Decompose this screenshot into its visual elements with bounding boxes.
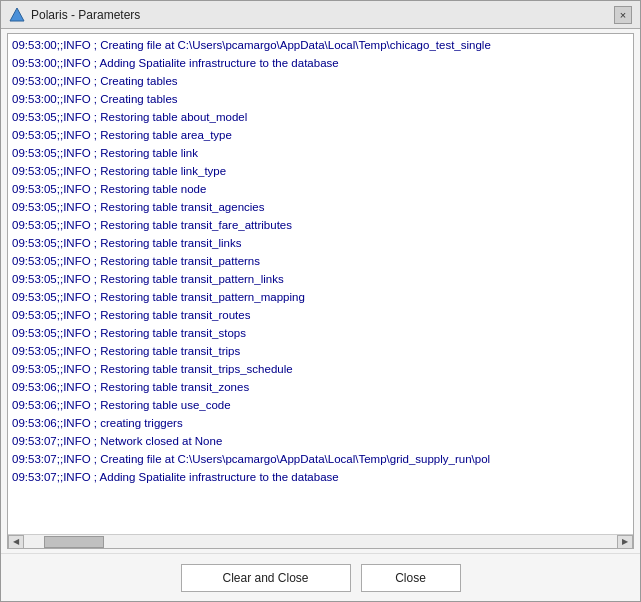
log-line: 09:53:00;;INFO ; Adding Spatialite infra… (12, 54, 629, 72)
log-line: 09:53:05;;INFO ; Restoring table transit… (12, 252, 629, 270)
log-line: 09:53:05;;INFO ; Restoring table transit… (12, 270, 629, 288)
footer: Clear and Close Close (1, 553, 640, 601)
clear-and-close-button[interactable]: Clear and Close (181, 564, 351, 592)
log-line: 09:53:05;;INFO ; Restoring table node (12, 180, 629, 198)
scroll-thumb[interactable] (44, 536, 104, 548)
log-scroll-area[interactable]: 09:53:00;;INFO ; Creating file at C:\Use… (8, 34, 633, 534)
log-line: 09:53:00;;INFO ; Creating tables (12, 90, 629, 108)
log-line: 09:53:06;;INFO ; creating triggers (12, 414, 629, 432)
scroll-right-button[interactable]: ▶ (617, 535, 633, 549)
log-line: 09:53:05;;INFO ; Restoring table link_ty… (12, 162, 629, 180)
window-title: Polaris - Parameters (31, 8, 140, 22)
scroll-track (24, 535, 617, 549)
log-line: 09:53:06;;INFO ; Restoring table use_cod… (12, 396, 629, 414)
log-line: 09:53:05;;INFO ; Restoring table area_ty… (12, 126, 629, 144)
log-line: 09:53:00;;INFO ; Creating file at C:\Use… (12, 36, 629, 54)
app-icon (9, 7, 25, 23)
scroll-left-button[interactable]: ◀ (8, 535, 24, 549)
titlebar: Polaris - Parameters × (1, 1, 640, 29)
log-line: 09:53:05;;INFO ; Restoring table link (12, 144, 629, 162)
titlebar-left: Polaris - Parameters (9, 7, 140, 23)
log-line: 09:53:07;;INFO ; Network closed at None (12, 432, 629, 450)
main-window: Polaris - Parameters × 09:53:00;;INFO ; … (0, 0, 641, 602)
log-container: 09:53:00;;INFO ; Creating file at C:\Use… (7, 33, 634, 549)
close-button[interactable]: Close (361, 564, 461, 592)
log-line: 09:53:05;;INFO ; Restoring table transit… (12, 342, 629, 360)
log-line: 09:53:05;;INFO ; Restoring table transit… (12, 198, 629, 216)
log-line: 09:53:05;;INFO ; Restoring table transit… (12, 306, 629, 324)
log-line: 09:53:05;;INFO ; Restoring table transit… (12, 360, 629, 378)
log-line: 09:53:05;;INFO ; Restoring table transit… (12, 234, 629, 252)
svg-marker-0 (10, 8, 24, 21)
log-line: 09:53:07;;INFO ; Creating file at C:\Use… (12, 450, 629, 468)
horizontal-scrollbar[interactable]: ◀ ▶ (8, 534, 633, 548)
log-line: 09:53:05;;INFO ; Restoring table transit… (12, 324, 629, 342)
log-line: 09:53:00;;INFO ; Creating tables (12, 72, 629, 90)
log-line: 09:53:07;;INFO ; Adding Spatialite infra… (12, 468, 629, 486)
log-line: 09:53:06;;INFO ; Restoring table transit… (12, 378, 629, 396)
window-close-button[interactable]: × (614, 6, 632, 24)
log-line: 09:53:05;;INFO ; Restoring table transit… (12, 216, 629, 234)
log-line: 09:53:05;;INFO ; Restoring table about_m… (12, 108, 629, 126)
log-line: 09:53:05;;INFO ; Restoring table transit… (12, 288, 629, 306)
